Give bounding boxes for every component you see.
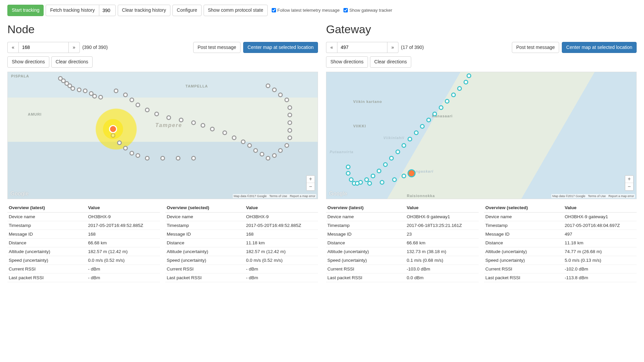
table-row: Device nameOH3BHX-9 bbox=[165, 212, 318, 221]
node-count: (390 of 390) bbox=[83, 45, 108, 50]
cell-value: 74.77 m (26.68 m) bbox=[564, 247, 637, 256]
cell-value: 2017-05-20T16:49:52.885Z bbox=[245, 221, 318, 230]
fetch-history-group: Fetch tracking history bbox=[46, 5, 115, 16]
show-gateway-checkbox-label[interactable]: Show gateway tracker bbox=[343, 8, 392, 13]
cell-value: OH3BHX-9 bbox=[87, 212, 160, 221]
cell-key: Current RSSI bbox=[165, 264, 245, 273]
gateway-center-map-button[interactable]: Center map at selected location bbox=[562, 42, 637, 53]
cell-value: 66.68 km bbox=[87, 238, 160, 247]
table-row: Current RSSI- dBm bbox=[7, 264, 160, 273]
google-logo: Google bbox=[10, 191, 29, 197]
attrib-terms[interactable]: Terms of Use bbox=[269, 194, 287, 198]
node-show-directions-button[interactable]: Show directions bbox=[7, 56, 49, 68]
cell-key: Last packet RSSI bbox=[7, 273, 87, 282]
gateway-zoom: + − bbox=[625, 175, 634, 191]
table-row: Last packet RSSI- dBm bbox=[7, 273, 160, 282]
gateway-current-marker bbox=[408, 169, 416, 177]
table-row: Altitude (uncertainty)132.73 m (38.18 m) bbox=[326, 247, 479, 256]
gateway-clear-directions-button[interactable]: Clear directions bbox=[370, 56, 411, 68]
node-clear-directions-button[interactable]: Clear directions bbox=[51, 56, 93, 68]
gateway-panel: Gateway « » (17 of 390) Post test messag… bbox=[326, 23, 637, 282]
cell-value: -113.8 dBm bbox=[564, 273, 637, 282]
node-zoom-out[interactable]: − bbox=[307, 183, 315, 190]
configure-button[interactable]: Configure bbox=[172, 5, 202, 16]
table-row: Last packet RSSI0.0 dBm bbox=[326, 273, 479, 282]
table-row: Current RSSI-103.0 dBm bbox=[326, 264, 479, 273]
gateway-pager-input[interactable] bbox=[337, 42, 387, 53]
show-protocol-button[interactable]: Show comm protocol state bbox=[204, 5, 268, 16]
gateway-post-test-button[interactable]: Post test message bbox=[512, 42, 559, 53]
cell-key: Device name bbox=[7, 212, 87, 221]
cell-key: Speed (uncertainty) bbox=[326, 256, 406, 264]
cell-key: Timestamp bbox=[484, 221, 564, 230]
table-row: Timestamp2017-05-20T16:48:04.697Z bbox=[484, 221, 637, 230]
cell-value: 497 bbox=[564, 230, 637, 238]
node-title: Node bbox=[7, 23, 318, 36]
cell-value: 182.57 m (12.42 m) bbox=[87, 247, 160, 256]
cell-key: Device name bbox=[165, 212, 245, 221]
cell-value: OH3BHX-9 gateway1 bbox=[406, 212, 479, 221]
table-row: Timestamp2017-06-18T13:25:21.161Z bbox=[326, 221, 479, 230]
cell-value: 182.57 m (12.42 m) bbox=[245, 247, 318, 256]
cell-key: Speed (uncertainty) bbox=[7, 256, 87, 264]
fetch-history-input[interactable] bbox=[99, 5, 116, 16]
node-pager-prev[interactable]: « bbox=[7, 42, 18, 53]
gateway-track bbox=[326, 72, 636, 199]
node-selected-table: Overview (selected) Value Device nameOH3… bbox=[165, 203, 318, 282]
cell-key: Message ID bbox=[165, 230, 245, 238]
gateway-map[interactable]: Viikin kartano VIIKKI Viikinlahti Putaan… bbox=[326, 72, 637, 199]
fetch-history-button[interactable]: Fetch tracking history bbox=[46, 5, 99, 16]
table-row: Distance66.68 km bbox=[7, 238, 160, 247]
cell-value: OH3BHX-9 gateway1 bbox=[564, 212, 637, 221]
attrib-data: Map data ©2017 Google bbox=[234, 194, 267, 198]
table-row: Device nameOH3BHX-9 gateway1 bbox=[326, 212, 479, 221]
cell-key: Timestamp bbox=[7, 221, 87, 230]
gateway-pager-prev[interactable]: « bbox=[326, 42, 337, 53]
table-row: Altitude (uncertainty)182.57 m (12.42 m) bbox=[7, 247, 160, 256]
cell-key: Message ID bbox=[484, 230, 564, 238]
node-current-marker bbox=[109, 125, 117, 133]
follow-telemetry-checkbox[interactable] bbox=[272, 8, 276, 12]
cell-value: 2017-05-20T16:49:52.885Z bbox=[87, 221, 160, 230]
gateway-pager-next[interactable]: » bbox=[387, 42, 398, 53]
cell-key: Speed (uncertainty) bbox=[165, 256, 245, 264]
node-center-map-button[interactable]: Center map at selected location bbox=[243, 42, 318, 53]
gateway-pager: « » bbox=[326, 42, 398, 53]
cell-value: 0.1 m/s (0.68 m/s) bbox=[406, 256, 479, 264]
gateway-show-directions-button[interactable]: Show directions bbox=[326, 56, 368, 68]
cell-value: 168 bbox=[245, 230, 318, 238]
attrib-report[interactable]: Report a map error bbox=[608, 194, 634, 198]
cell-key: Distance bbox=[484, 238, 564, 247]
table-row: Timestamp2017-05-20T16:49:52.885Z bbox=[7, 221, 160, 230]
clear-history-button[interactable]: Clear tracking history bbox=[118, 5, 171, 16]
cell-value: 2017-06-18T13:25:21.161Z bbox=[406, 221, 479, 230]
gateway-zoom-in[interactable]: + bbox=[625, 176, 633, 183]
node-pager-next[interactable]: » bbox=[69, 42, 80, 53]
cell-key: Timestamp bbox=[165, 221, 245, 230]
attrib-terms[interactable]: Terms of Use bbox=[588, 194, 606, 198]
cell-value: - dBm bbox=[87, 273, 160, 282]
show-gateway-checkbox[interactable] bbox=[343, 8, 348, 12]
cell-key: Distance bbox=[165, 238, 245, 247]
node-post-test-button[interactable]: Post test message bbox=[193, 42, 240, 53]
table-row: Altitude (uncertainty)74.77 m (26.68 m) bbox=[484, 247, 637, 256]
follow-telemetry-checkbox-label[interactable]: Follow latest telemetry message bbox=[272, 8, 340, 13]
table-row: Altitude (uncertainty)182.57 m (12.42 m) bbox=[165, 247, 318, 256]
cell-value: 23 bbox=[406, 230, 479, 238]
table-row: Current RSSI- dBm bbox=[165, 264, 318, 273]
cell-key: Message ID bbox=[326, 230, 406, 238]
cell-key: Speed (uncertainty) bbox=[484, 256, 564, 264]
node-pager-input[interactable] bbox=[18, 42, 69, 53]
top-toolbar: Start tracking Fetch tracking history Cl… bbox=[7, 5, 637, 16]
attrib-report[interactable]: Report a map error bbox=[290, 194, 315, 198]
node-latest-table: Overview (latest) Value Device nameOH3BH… bbox=[7, 203, 160, 282]
start-tracking-button[interactable]: Start tracking bbox=[7, 5, 44, 16]
node-zoom-in[interactable]: + bbox=[307, 176, 315, 183]
gateway-latest-table: Overview (latest) Value Device nameOH3BH… bbox=[326, 203, 479, 282]
gateway-zoom-out[interactable]: − bbox=[625, 183, 633, 190]
cell-value: -103.0 dBm bbox=[406, 264, 479, 273]
gateway-count: (17 of 390) bbox=[401, 45, 424, 50]
node-map[interactable]: PISPALA AMURI TAMPELLA Tampere + − Googl… bbox=[7, 72, 318, 199]
cell-value: 5.0 m/s (0.13 m/s) bbox=[564, 256, 637, 264]
node-track bbox=[8, 72, 318, 199]
